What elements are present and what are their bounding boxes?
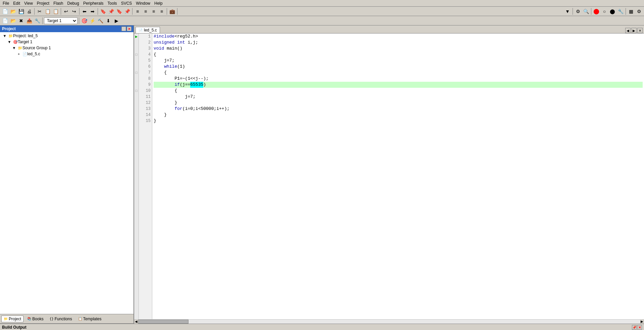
view-btn[interactable]: ▦	[627, 8, 635, 15]
gutter-5	[134, 58, 139, 64]
editor-tab-controls: ◀ ▶ ✕	[625, 28, 643, 33]
code-editor[interactable]: ▶ □ □ □ 1 2 3 4 5	[134, 34, 644, 319]
menu-edit[interactable]: Edit	[11, 0, 22, 6]
export-btn[interactable]: 📤	[25, 17, 33, 24]
sep1	[34, 8, 35, 15]
rebuild-btn[interactable]: 🔨	[97, 17, 104, 24]
line-num-1: 1	[139, 34, 152, 40]
tree-root[interactable]: ▼ 📁 Project: led_5	[1, 33, 133, 39]
code-line-9: if(j==65535)	[154, 82, 643, 88]
download-btn[interactable]: ⬇	[105, 17, 112, 24]
tab-templates[interactable]: 📋 Templates	[76, 316, 104, 322]
tools-btn[interactable]: ⚙	[635, 8, 643, 15]
gutter-6	[134, 64, 139, 70]
build-header-buttons: 📌 ✕	[632, 325, 642, 330]
debug-btn2[interactable]: 🔍	[582, 8, 590, 15]
project-panel-header: Project _ ✕	[0, 25, 133, 32]
next-btn[interactable]: ➡	[89, 8, 96, 15]
tab-project-icon: 📁	[4, 317, 8, 321]
source-expand-icon: ▼	[11, 45, 17, 51]
menu-debug[interactable]: Debug	[65, 0, 81, 6]
code-line-5: j=7;	[154, 58, 643, 64]
reset-btn[interactable]: ⬤	[609, 8, 616, 15]
save-btn[interactable]: 💾	[17, 8, 25, 15]
format2-btn[interactable]: ≡	[158, 8, 165, 15]
indent-btn[interactable]: ≡	[134, 8, 141, 15]
scroll-thumb[interactable]	[138, 320, 189, 324]
scroll-left-btn[interactable]: ◀	[134, 320, 138, 324]
open-uvision-btn[interactable]: 📂	[9, 17, 17, 24]
tab-project-label: Project	[9, 317, 21, 321]
code-line-3: void main()	[154, 46, 643, 52]
tree-source-group[interactable]: ▼ 📁 Source Group 1	[1, 45, 133, 51]
menu-help[interactable]: Help	[152, 0, 165, 6]
stop-btn[interactable]: ○	[601, 8, 608, 15]
tab-templates-icon: 📋	[78, 317, 82, 321]
bookmark2-btn[interactable]: 📌	[107, 8, 115, 15]
format-btn[interactable]: ≡	[150, 8, 157, 15]
manage-btn[interactable]: 🔧	[34, 17, 41, 24]
editor-tab-led5c[interactable]: 📄 led_5.c	[136, 27, 160, 33]
open-btn[interactable]: 📂	[9, 8, 17, 15]
new-btn[interactable]: 📄	[1, 8, 9, 15]
fold-7[interactable]: □	[135, 71, 137, 75]
paste-btn[interactable]: 📋	[52, 8, 59, 15]
undo-btn[interactable]: ↩	[62, 8, 70, 15]
code-content[interactable]: #include<reg52.h> unsigned int i,j; void…	[152, 34, 644, 319]
tab-functions[interactable]: {} Functions	[47, 316, 74, 322]
debug-dropdown[interactable]: ▼	[564, 8, 571, 15]
project-close-btn[interactable]: ✕	[127, 26, 131, 31]
target-select[interactable]: Target 1	[44, 17, 77, 24]
cut-btn[interactable]: ✂	[36, 8, 43, 15]
scroll-right-btn[interactable]: ▶	[640, 320, 644, 324]
menu-peripherals[interactable]: Peripherals	[81, 0, 106, 6]
menu-view[interactable]: View	[22, 0, 35, 6]
project-minimize-btn[interactable]: _	[121, 26, 126, 31]
build-pin-btn[interactable]: 📌	[632, 325, 637, 330]
debug-btn1[interactable]: ⚙	[574, 8, 582, 15]
tree-target[interactable]: ▼ 🎯 Target 1	[1, 39, 133, 45]
tab-left-btn[interactable]: ◀	[625, 28, 631, 33]
bookmark4-btn[interactable]: 📌	[123, 8, 131, 15]
code-scrollbar[interactable]: ◀ ▶	[134, 319, 644, 323]
tab-books[interactable]: 📚 Books	[25, 316, 46, 322]
menu-project[interactable]: Project	[35, 0, 51, 6]
tool-ext-btn[interactable]: ▶	[113, 17, 120, 24]
run-btn[interactable]: ⬤	[593, 8, 600, 15]
tab-templates-label: Templates	[83, 317, 102, 321]
tree-file[interactable]: + 📄 led_5.c	[1, 51, 133, 57]
build-close-btn[interactable]: ✕	[637, 325, 642, 330]
code-line-1: #include<reg52.h>	[154, 34, 643, 40]
sep6	[167, 8, 167, 15]
unindent-btn[interactable]: ≡	[142, 8, 149, 15]
tab-right-btn[interactable]: ▶	[631, 28, 637, 33]
fold-4[interactable]: □	[135, 53, 137, 57]
menu-tools[interactable]: Tools	[106, 0, 119, 6]
fold-10[interactable]: □	[135, 89, 137, 93]
tab-project[interactable]: 📁 Project	[1, 316, 23, 322]
tree-source-group-label: Source Group 1	[22, 46, 51, 50]
new-uvision-btn[interactable]: 📄	[1, 17, 9, 24]
menu-window[interactable]: Window	[134, 0, 152, 6]
prev-btn[interactable]: ⬅	[81, 8, 88, 15]
tab-close-btn[interactable]: ✕	[637, 28, 643, 33]
gutter-9	[134, 82, 139, 88]
close-uvision-btn[interactable]: ✖	[17, 17, 25, 24]
redo-btn[interactable]: ↪	[70, 8, 78, 15]
build-btn[interactable]: 💼	[168, 8, 176, 15]
line-num-5: 5	[139, 58, 152, 64]
file-icon: 📄	[22, 52, 27, 56]
bookmark-btn[interactable]: 🔖	[99, 8, 107, 15]
copy-btn[interactable]: 📋	[44, 8, 51, 15]
bookmark3-btn[interactable]: 🔖	[115, 8, 123, 15]
menu-flash[interactable]: Flash	[51, 0, 65, 6]
save-all-btn[interactable]: 🖨	[25, 8, 33, 15]
code-line-7: {	[154, 70, 643, 76]
compile-btn[interactable]: ⚡	[89, 17, 96, 24]
menu-svcs[interactable]: SVCS	[119, 0, 134, 6]
config-btn[interactable]: 🔧	[617, 8, 624, 15]
scroll-track[interactable]	[138, 320, 640, 324]
line-num-9: 9	[139, 82, 152, 88]
menu-file[interactable]: File	[1, 0, 11, 6]
target-options-btn[interactable]: 🎯	[80, 17, 88, 24]
